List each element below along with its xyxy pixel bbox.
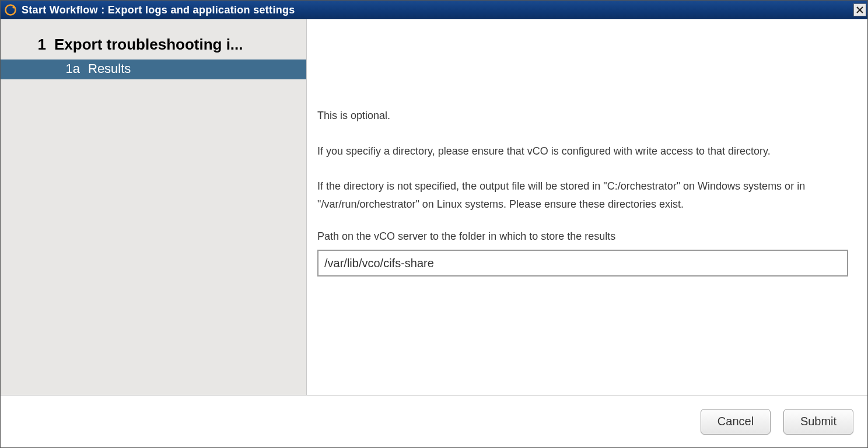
wizard-step-label: Export troubleshooting i... — [54, 36, 243, 54]
close-icon — [856, 6, 864, 14]
close-button[interactable] — [853, 4, 866, 16]
dialog-footer: Cancel Submit — [1, 395, 867, 447]
info-text-default-path: If the directory is not specified, the o… — [317, 177, 850, 213]
svg-point-1 — [13, 6, 16, 9]
window-title: Start Workflow : Export logs and applica… — [22, 4, 853, 16]
main-area: 1 Export troubleshooting i... 1a Results… — [1, 19, 867, 395]
submit-button[interactable]: Submit — [783, 409, 853, 435]
results-path-input[interactable] — [317, 250, 848, 276]
wizard-step-number: 1 — [1, 36, 54, 54]
wizard-substep-id: 1a — [1, 61, 88, 76]
wizard-sidebar: 1 Export troubleshooting i... 1a Results — [1, 19, 307, 395]
title-bar: Start Workflow : Export logs and applica… — [1, 1, 867, 19]
wizard-substep-label: Results — [88, 61, 131, 76]
info-text-write-access: If you specifiy a directory, please ensu… — [317, 142, 850, 160]
info-text-optional: This is optional. — [317, 107, 850, 125]
content-pane: This is optional. If you specifiy a dire… — [307, 19, 867, 395]
wizard-step-1[interactable]: 1 Export troubleshooting i... — [1, 34, 306, 60]
cancel-button[interactable]: Cancel — [701, 409, 771, 435]
wizard-substep-1a[interactable]: 1a Results — [1, 60, 306, 79]
app-logo-icon — [4, 4, 17, 16]
results-path-label: Path on the vCO server to the folder in … — [317, 230, 850, 243]
